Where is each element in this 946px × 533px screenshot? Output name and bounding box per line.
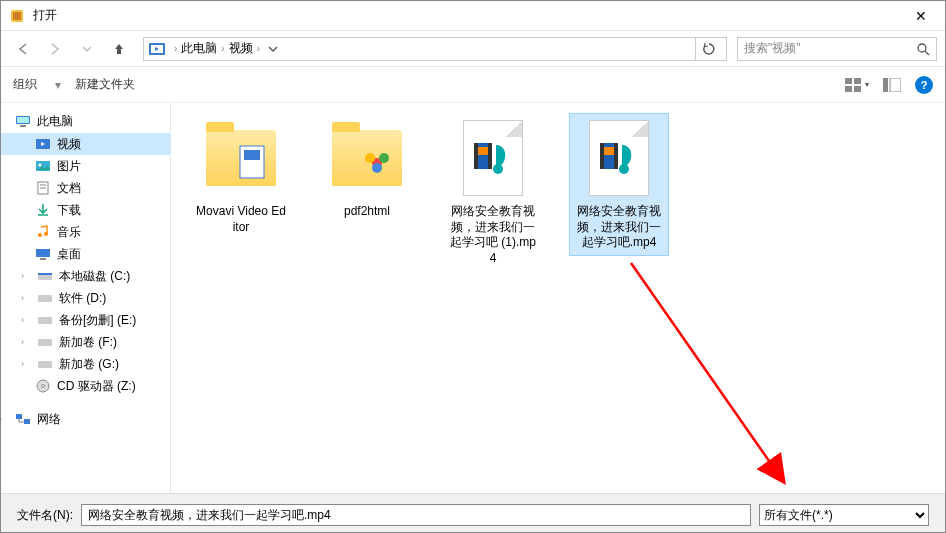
sidebar-item-label: 软件 (D:) xyxy=(59,290,106,307)
breadcrumb-folder[interactable]: 视频 xyxy=(229,40,253,57)
sidebar-item-music[interactable]: 音乐 xyxy=(1,221,170,243)
file-view[interactable]: Movavi Video Editor pdf2html 网络安全教育视频，进来… xyxy=(171,103,945,493)
search-placeholder: 搜索"视频" xyxy=(744,40,916,57)
file-item-video[interactable]: 网络安全教育视频，进来我们一起学习吧 (1).mp4 xyxy=(443,113,543,271)
sidebar-item-disk-g[interactable]: › 新加卷 (G:) xyxy=(1,353,170,375)
sidebar-network[interactable]: › 网络 xyxy=(1,407,170,431)
svg-rect-50 xyxy=(600,143,604,169)
svg-rect-9 xyxy=(845,86,852,92)
new-folder-button[interactable]: 新建文件夹 xyxy=(75,76,135,93)
organize-menu[interactable]: 组织 xyxy=(13,76,37,93)
disk-icon xyxy=(37,356,53,372)
disk-icon xyxy=(37,334,53,350)
file-item-folder[interactable]: Movavi Video Editor xyxy=(191,113,291,240)
file-item-folder[interactable]: pdf2html xyxy=(317,113,417,225)
sidebar-item-disk-c[interactable]: › 本地磁盘 (C:) xyxy=(1,265,170,287)
file-label: 网络安全教育视频，进来我们一起学习吧 (1).mp4 xyxy=(448,204,538,266)
organize-dropdown-icon[interactable]: ▾ xyxy=(55,78,61,92)
sidebar-item-disk-f[interactable]: › 新加卷 (F:) xyxy=(1,331,170,353)
svg-rect-30 xyxy=(38,295,52,302)
sidebar-item-disk-e[interactable]: › 备份[勿删] (E:) xyxy=(1,309,170,331)
window-title: 打开 xyxy=(33,7,898,24)
svg-rect-46 xyxy=(488,143,492,169)
sidebar-item-label: 视频 xyxy=(57,136,81,153)
chevron-right-icon: › xyxy=(21,359,31,369)
navbar: › 此电脑 › 视频 › 搜索"视频" xyxy=(1,31,945,67)
cd-icon xyxy=(35,378,51,394)
filename-label: 文件名(N): xyxy=(17,507,73,524)
help-button[interactable]: ? xyxy=(915,76,933,94)
sidebar-item-label: 桌面 xyxy=(57,246,81,263)
filetype-filter[interactable]: 所有文件(*.*) xyxy=(759,504,929,526)
svg-line-6 xyxy=(925,51,929,55)
sidebar-item-desktop[interactable]: 桌面 xyxy=(1,243,170,265)
search-icon xyxy=(916,42,930,56)
sidebar-item-cd[interactable]: CD 驱动器 (Z:) xyxy=(1,375,170,397)
sidebar-item-label: CD 驱动器 (Z:) xyxy=(57,378,136,395)
svg-point-5 xyxy=(918,44,926,52)
video-library-icon xyxy=(148,40,166,58)
app-icon xyxy=(9,8,25,24)
sidebar-item-disk-d[interactable]: › 软件 (D:) xyxy=(1,287,170,309)
sidebar-item-documents[interactable]: 文档 xyxy=(1,177,170,199)
documents-icon xyxy=(35,180,51,196)
chevron-right-icon: › xyxy=(21,337,31,347)
svg-rect-26 xyxy=(36,249,50,257)
svg-rect-15 xyxy=(20,125,26,127)
svg-rect-12 xyxy=(890,78,901,92)
sidebar-this-pc[interactable]: 此电脑 xyxy=(1,109,170,133)
svg-rect-1 xyxy=(13,12,21,20)
search-input[interactable]: 搜索"视频" xyxy=(737,37,937,61)
sidebar: 此电脑 视频 图片 文档 下载 音乐 桌面 › 本地磁盘 (C:) xyxy=(1,103,171,493)
music-icon xyxy=(35,224,51,240)
file-label: Movavi Video Editor xyxy=(196,204,286,235)
refresh-button[interactable] xyxy=(695,38,722,60)
sidebar-item-pictures[interactable]: 图片 xyxy=(1,155,170,177)
up-button[interactable] xyxy=(105,35,133,63)
view-preview-button[interactable] xyxy=(883,78,901,92)
svg-point-35 xyxy=(42,385,45,388)
chevron-right-icon: › xyxy=(21,293,31,303)
breadcrumb-dropdown[interactable] xyxy=(264,44,282,54)
svg-rect-47 xyxy=(478,147,488,155)
close-button[interactable]: ✕ xyxy=(898,1,943,30)
file-label: pdf2html xyxy=(322,204,412,220)
sidebar-item-label: 下载 xyxy=(57,202,81,219)
pc-icon xyxy=(15,113,31,129)
svg-rect-27 xyxy=(40,258,46,260)
sidebar-item-label: 新加卷 (G:) xyxy=(59,356,119,373)
svg-rect-8 xyxy=(854,78,861,84)
sidebar-pc-label: 此电脑 xyxy=(37,113,73,130)
bottom-bar: 文件名(N): 所有文件(*.*) 打开(O) ▾ 取消 xyxy=(1,493,945,533)
breadcrumb[interactable]: › 此电脑 › 视频 › xyxy=(143,37,727,61)
toolbar: 组织 ▾ 新建文件夹 ▾ ? xyxy=(1,67,945,103)
file-item-video-selected[interactable]: 网络安全教育视频，进来我们一起学习吧.mp4 xyxy=(569,113,669,256)
breadcrumb-root[interactable]: 此电脑 xyxy=(181,40,217,57)
sidebar-item-downloads[interactable]: 下载 xyxy=(1,199,170,221)
sidebar-item-video[interactable]: 视频 xyxy=(1,133,170,155)
svg-point-42 xyxy=(365,153,375,163)
folder-icon xyxy=(201,118,281,198)
recent-dropdown[interactable] xyxy=(73,35,101,63)
desktop-icon xyxy=(35,246,51,262)
svg-rect-11 xyxy=(883,78,888,92)
sidebar-network-label: 网络 xyxy=(37,411,61,428)
svg-line-54 xyxy=(631,263,783,481)
svg-point-24 xyxy=(38,233,42,237)
svg-rect-36 xyxy=(16,414,22,419)
svg-point-41 xyxy=(379,153,389,163)
svg-rect-29 xyxy=(38,273,52,275)
video-file-icon xyxy=(453,118,533,198)
forward-button[interactable] xyxy=(41,35,69,63)
svg-point-25 xyxy=(44,232,48,236)
svg-point-19 xyxy=(39,164,42,167)
svg-point-43 xyxy=(372,163,382,173)
downloads-icon xyxy=(35,202,51,218)
svg-rect-39 xyxy=(244,150,260,160)
svg-rect-51 xyxy=(614,143,618,169)
back-button[interactable] xyxy=(9,35,37,63)
view-icons-button[interactable]: ▾ xyxy=(845,78,869,92)
filename-input[interactable] xyxy=(81,504,751,526)
folder-icon xyxy=(327,118,407,198)
sidebar-item-label: 文档 xyxy=(57,180,81,197)
